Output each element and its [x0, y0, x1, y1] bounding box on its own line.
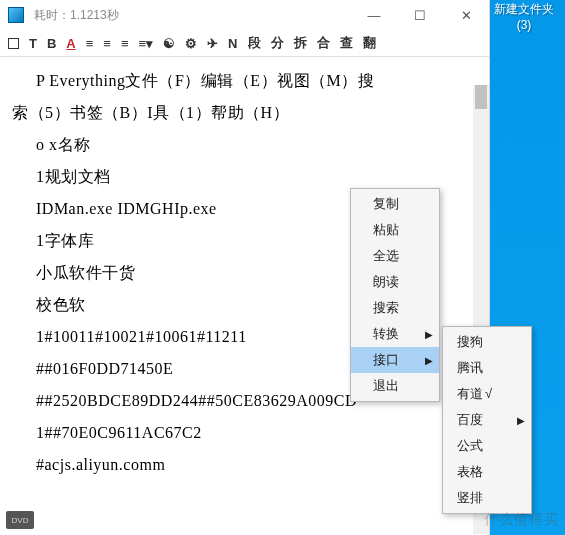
menu-table[interactable]: 表格	[443, 459, 531, 485]
menu-copy[interactable]: 复制	[351, 191, 439, 217]
chevron-right-icon: ▶	[425, 355, 433, 366]
menu-sogou[interactable]: 搜狗	[443, 329, 531, 355]
send-icon[interactable]: ✈	[207, 36, 218, 51]
toolbar: T B A ≡ ≡ ≡ ≡▾ ☯ ⚙ ✈ N 段 分 拆 合 查 翻	[0, 30, 489, 57]
desktop-folder-label: 新建文件夹	[494, 2, 554, 18]
scrollbar-thumb[interactable]	[475, 85, 487, 109]
tb-bold[interactable]: B	[47, 36, 56, 51]
tb-find[interactable]: 查	[340, 34, 353, 52]
desktop-folder[interactable]: 新建文件夹 (3)	[494, 2, 554, 33]
close-button[interactable]: ✕	[443, 0, 489, 30]
menu-exit[interactable]: 退出	[351, 373, 439, 399]
context-menu: 复制 粘贴 全选 朗读 搜索 转换▶ 接口▶ 退出	[350, 188, 440, 402]
app-icon	[8, 7, 24, 23]
title-bar: 耗时：1.1213秒 — ☐ ✕	[0, 0, 489, 30]
chevron-right-icon: ▶	[425, 329, 433, 340]
maximize-button[interactable]: ☐	[397, 0, 443, 30]
align-right-icon[interactable]: ≡	[121, 36, 129, 51]
check-icon: √	[485, 386, 492, 401]
menu-select-all[interactable]: 全选	[351, 243, 439, 269]
palette-icon[interactable]: ☯	[163, 36, 175, 51]
menu-convert[interactable]: 转换▶	[351, 321, 439, 347]
dropdown-icon[interactable]: ≡▾	[139, 36, 154, 51]
menu-vertical[interactable]: 竖排	[443, 485, 531, 511]
desktop-folder-label-2: (3)	[494, 18, 554, 34]
minimize-button[interactable]: —	[351, 0, 397, 30]
taskbar-dvd-icon[interactable]: DVD	[6, 511, 34, 529]
tb-tran[interactable]: 翻	[363, 34, 376, 52]
text-line: o x名称	[12, 129, 477, 161]
tb-n[interactable]: N	[228, 36, 237, 51]
menu-api[interactable]: 接口▶	[351, 347, 439, 373]
menu-read-aloud[interactable]: 朗读	[351, 269, 439, 295]
menu-formula[interactable]: 公式	[443, 433, 531, 459]
menu-youdao[interactable]: 有道√	[443, 381, 531, 407]
text-line: P Everything文件（F）编辑（E）视图（M）搜	[12, 65, 477, 97]
context-submenu: 搜狗 腾讯 有道√ 百度▶ 公式 表格 竖排	[442, 326, 532, 514]
text-line: #acjs.aliyun.comm	[12, 449, 477, 481]
tb-seg[interactable]: 段	[248, 34, 261, 52]
menu-search[interactable]: 搜索	[351, 295, 439, 321]
watermark: 什么值得买	[484, 511, 559, 529]
tb-text[interactable]: T	[29, 36, 37, 51]
tb-color[interactable]: A	[66, 36, 75, 51]
align-center-icon[interactable]: ≡	[103, 36, 111, 51]
chevron-right-icon: ▶	[517, 415, 525, 426]
tb-sep[interactable]: 分	[271, 34, 284, 52]
window-title: 耗时：1.1213秒	[34, 7, 351, 24]
menu-tencent[interactable]: 腾讯	[443, 355, 531, 381]
tb-split[interactable]: 拆	[294, 34, 307, 52]
align-left-icon[interactable]: ≡	[86, 36, 94, 51]
gear-icon[interactable]: ⚙	[185, 36, 197, 51]
text-line: 1##70E0C9611AC67C2	[12, 417, 477, 449]
tb-rect-icon[interactable]	[8, 38, 19, 49]
text-line: 索（5）书签（B）I具（1）帮助（H）	[12, 97, 477, 129]
tb-join[interactable]: 合	[317, 34, 330, 52]
menu-baidu[interactable]: 百度▶	[443, 407, 531, 433]
menu-paste[interactable]: 粘贴	[351, 217, 439, 243]
